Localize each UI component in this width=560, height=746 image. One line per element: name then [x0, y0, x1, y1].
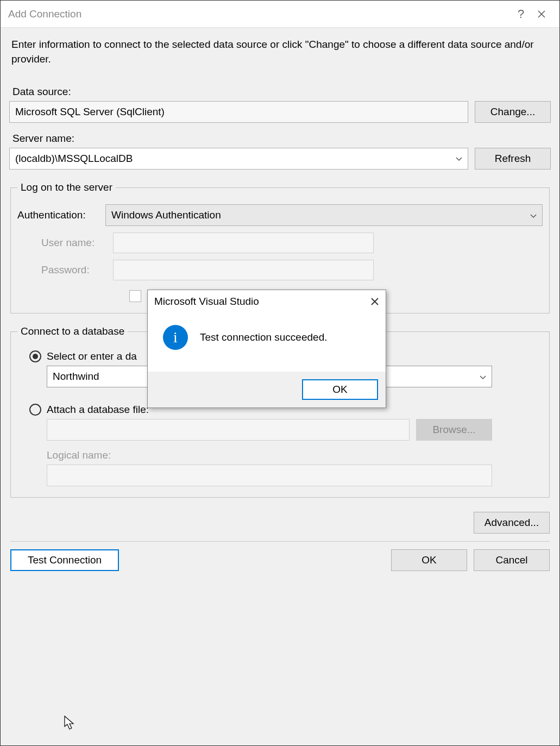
- database-legend: Connect to a database: [17, 325, 128, 337]
- separator: [10, 541, 550, 542]
- info-icon: i: [163, 325, 188, 350]
- test-connection-button[interactable]: Test Connection: [10, 549, 119, 571]
- dialog-message: Test connection succeeded.: [200, 331, 328, 343]
- auth-label: Authentication:: [17, 209, 99, 221]
- save-password-checkbox: [129, 290, 141, 302]
- change-button[interactable]: Change...: [475, 101, 551, 123]
- message-dialog: Microsoft Visual Studio i Test connectio…: [147, 290, 386, 408]
- advanced-button[interactable]: Advanced...: [474, 512, 550, 534]
- cursor-icon: [64, 716, 76, 731]
- username-label: User name:: [41, 237, 106, 249]
- select-db-radio[interactable]: [29, 350, 41, 362]
- browse-button: Browse...: [416, 419, 492, 441]
- logical-name-field: [47, 465, 492, 486]
- titlebar: Add Connection ?: [1, 1, 559, 28]
- window-title: Add Connection: [8, 8, 511, 20]
- select-db-label: Select or enter a da: [47, 350, 137, 362]
- chevron-down-icon: [480, 371, 486, 383]
- password-field: [113, 260, 374, 280]
- chevron-down-icon: [530, 209, 537, 221]
- chevron-down-icon: [456, 154, 462, 163]
- data-source-field: Microsoft SQL Server (SqlClient): [9, 101, 468, 123]
- dialog-title: Microsoft Visual Studio: [154, 296, 259, 308]
- data-source-label: Data source:: [12, 86, 551, 98]
- ok-button[interactable]: OK: [391, 549, 467, 571]
- logical-name-label: Logical name:: [47, 449, 543, 461]
- attach-file-field: [47, 419, 410, 441]
- logon-legend: Log on to the server: [17, 181, 116, 193]
- password-label: Password:: [41, 264, 106, 276]
- dialog-ok-button[interactable]: OK: [302, 379, 378, 400]
- cancel-button[interactable]: Cancel: [474, 549, 550, 571]
- server-name-label: Server name:: [12, 133, 551, 145]
- help-icon[interactable]: ?: [511, 7, 531, 21]
- attach-db-radio[interactable]: [29, 404, 41, 416]
- auth-select[interactable]: Windows Authentication: [105, 204, 543, 226]
- close-icon[interactable]: [531, 10, 552, 18]
- server-name-combo[interactable]: (localdb)\MSSQLLocalDB: [9, 148, 468, 170]
- dialog-close-icon[interactable]: [370, 297, 379, 306]
- refresh-button[interactable]: Refresh: [475, 148, 551, 170]
- intro-text: Enter information to connect to the sele…: [9, 36, 551, 76]
- username-field: [113, 233, 374, 253]
- attach-db-label: Attach a database file:: [47, 404, 149, 416]
